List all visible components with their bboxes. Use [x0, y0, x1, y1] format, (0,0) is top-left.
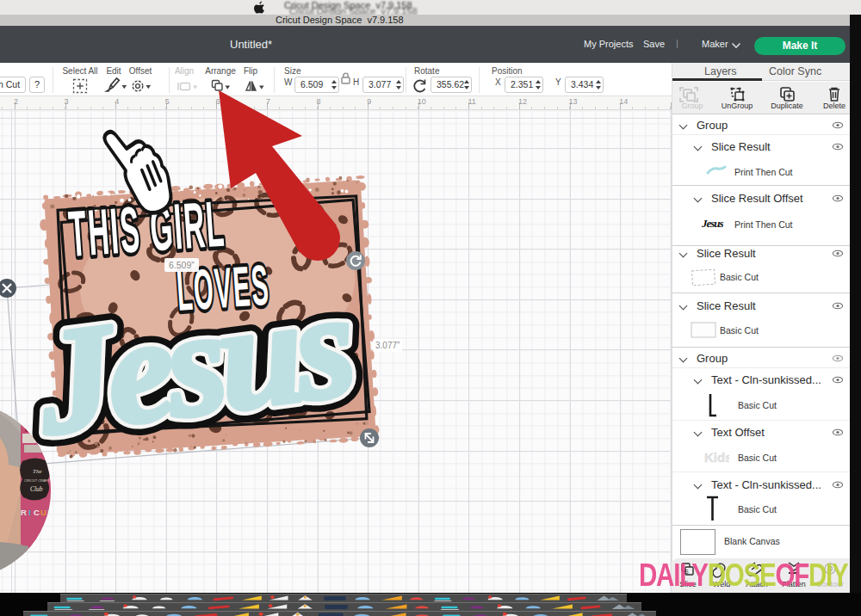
svg-text:U: U [40, 508, 46, 517]
svg-text:3.077”: 3.077” [375, 341, 400, 350]
svg-text:The: The [33, 468, 42, 475]
svg-text:Jesus: Jesus [702, 217, 724, 230]
svg-text:R: R [21, 508, 27, 517]
svg-text:T: T [47, 508, 53, 517]
svg-text:6.509”: 6.509” [169, 260, 195, 270]
svg-text:C: C [34, 508, 40, 517]
svg-text:CRICUT CRAFTERS: CRICUT CRAFTERS [24, 478, 57, 483]
svg-text:Club: Club [30, 485, 43, 493]
svg-text:I: I [28, 508, 31, 517]
svg-text:Kids: Kids [704, 450, 729, 465]
